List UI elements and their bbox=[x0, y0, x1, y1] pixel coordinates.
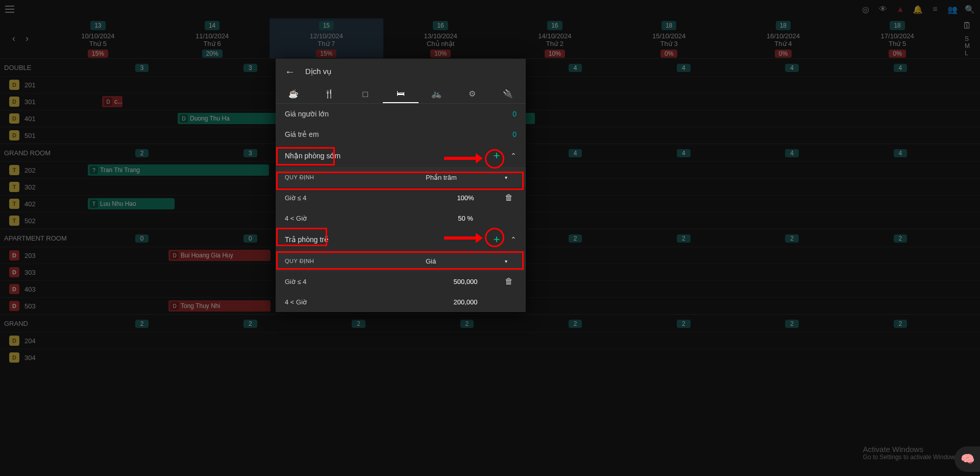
tab-laundry-icon[interactable]: ◻ bbox=[347, 84, 383, 103]
count-badge: 4 bbox=[677, 64, 691, 72]
delete-rule-icon[interactable]: 🗑 bbox=[501, 193, 517, 202]
reservation-chip: T bbox=[90, 200, 98, 208]
category-label: GRAND bbox=[0, 320, 88, 327]
search-icon[interactable]: 🔍 bbox=[965, 4, 975, 14]
add-early-checkin-button[interactable]: + bbox=[488, 147, 505, 164]
list-icon[interactable]: ≡ bbox=[930, 4, 940, 14]
count-badge: 2 bbox=[460, 320, 474, 328]
room-number: 503 bbox=[24, 302, 36, 310]
date-badge: 16 bbox=[547, 21, 562, 30]
tab-coffee-icon[interactable]: ☕ bbox=[276, 84, 311, 103]
pct-badge: 15% bbox=[316, 50, 336, 58]
date-label: 15/10/2024 bbox=[612, 32, 726, 40]
size-button[interactable]: M bbox=[965, 42, 970, 50]
pct-badge: 10% bbox=[430, 50, 451, 58]
pct-badge: 0% bbox=[889, 50, 905, 58]
warning-icon[interactable]: ▲ bbox=[895, 4, 905, 14]
rule-2-1-value[interactable]: 500,000 bbox=[430, 278, 501, 285]
rule-2-2-value[interactable]: 200,000 bbox=[430, 298, 501, 306]
room-chip: D bbox=[9, 250, 19, 260]
calendar-icon[interactable]: 🗓 bbox=[963, 20, 972, 31]
date-col[interactable]: 18 16/10/2024 Thứ 4 0% bbox=[726, 18, 841, 58]
date-col[interactable]: 15 12/10/2024 Thứ 7 15% bbox=[270, 18, 384, 58]
add-user-icon[interactable]: 👥 bbox=[947, 4, 958, 14]
bell-icon[interactable]: 🔔 bbox=[913, 4, 923, 14]
pct-badge: 15% bbox=[88, 50, 108, 58]
reservation-bar[interactable]: DBui Hoang Gia Huy bbox=[168, 250, 271, 261]
topbar: ◎ 👁 ▲ 🔔 ≡ 👥 🔍 bbox=[0, 0, 980, 18]
adult-price-label: Giá người lớn bbox=[285, 110, 455, 118]
chat-bubble[interactable]: 🧠 bbox=[954, 446, 980, 472]
next-arrow[interactable]: › bbox=[26, 33, 29, 44]
day-label: Thứ 7 bbox=[270, 40, 384, 47]
room-number: 201 bbox=[24, 81, 36, 89]
day-label: Thứ 2 bbox=[498, 40, 612, 47]
room-chip: D bbox=[9, 336, 19, 346]
reservation-bar[interactable]: TLuu Nhu Hao bbox=[88, 198, 175, 209]
reservation-bar[interactable]: Dc... bbox=[102, 96, 122, 107]
count-badge: 2 bbox=[677, 234, 691, 243]
hamburger-menu[interactable] bbox=[5, 6, 14, 13]
date-col[interactable]: 13 10/10/2024 Thứ 5 15% bbox=[41, 18, 155, 58]
day-label: Thứ 5 bbox=[840, 40, 954, 47]
room-number: 202 bbox=[24, 166, 36, 174]
count-badge: 4 bbox=[569, 149, 582, 157]
count-badge: 4 bbox=[569, 64, 582, 72]
rule-1-2-value[interactable]: 50 % bbox=[430, 215, 501, 222]
date-col[interactable]: 16 14/10/2024 Thứ 2 10% bbox=[498, 18, 612, 58]
size-button[interactable]: S bbox=[965, 35, 970, 42]
reservation-chip: D bbox=[170, 251, 179, 259]
target-icon[interactable]: ◎ bbox=[861, 4, 871, 14]
child-price-value[interactable]: 0 bbox=[455, 130, 517, 138]
rule-2-dropdown[interactable]: Giá ▾ bbox=[426, 257, 507, 265]
tab-settings-icon[interactable]: ⚙ bbox=[454, 84, 490, 103]
room-number: 303 bbox=[24, 269, 36, 276]
rule-1-1-label: Giờ ≤ 4 bbox=[285, 194, 430, 202]
chevron-up-icon[interactable]: ⌃ bbox=[510, 152, 517, 160]
count-badge: 2 bbox=[352, 320, 365, 328]
reservation-guest: Luu Nhu Hao bbox=[100, 200, 136, 207]
add-late-checkout-button[interactable]: + bbox=[488, 231, 505, 248]
reservation-chip: D bbox=[180, 114, 188, 123]
tab-bed-icon[interactable]: 🛏 bbox=[383, 84, 419, 103]
pct-badge: 20% bbox=[202, 50, 223, 58]
date-col[interactable]: 14 11/10/2024 Thứ 6 20% bbox=[155, 18, 270, 58]
day-label: Thứ 4 bbox=[726, 40, 841, 47]
count-badge: 4 bbox=[677, 149, 691, 157]
room-chip: D bbox=[9, 267, 19, 277]
room-chip: D bbox=[9, 97, 19, 107]
eye-icon[interactable]: 👁 bbox=[878, 4, 888, 14]
tab-plug-icon[interactable]: 🔌 bbox=[490, 84, 526, 103]
rule-1-1-value[interactable]: 100% bbox=[430, 194, 501, 202]
room-chip: T bbox=[9, 182, 19, 192]
date-label: 13/10/2024 bbox=[383, 32, 498, 40]
chevron-down-icon: ▾ bbox=[505, 175, 507, 180]
room-row[interactable]: D304 bbox=[0, 349, 980, 366]
room-number: 301 bbox=[24, 98, 36, 106]
date-badge: 16 bbox=[433, 21, 448, 30]
date-col[interactable]: 18 17/10/2024 Thứ 5 0% bbox=[840, 18, 954, 58]
day-label: Chủ nhật bbox=[383, 40, 498, 47]
back-arrow-icon[interactable]: ← bbox=[285, 66, 295, 78]
room-number: 204 bbox=[24, 337, 36, 345]
room-row[interactable]: D204 bbox=[0, 332, 980, 349]
reservation-bar[interactable]: DTong Thuy Nhi bbox=[168, 300, 271, 312]
room-chip: D bbox=[9, 301, 19, 311]
prev-arrow[interactable]: ‹ bbox=[12, 33, 15, 44]
reservation-bar[interactable]: ?Tran Thi Trang bbox=[88, 164, 269, 176]
count-badge: 4 bbox=[894, 64, 908, 72]
count-badge: 0 bbox=[135, 234, 149, 243]
count-badge: 2 bbox=[894, 320, 908, 328]
count-badge: 3 bbox=[243, 64, 257, 72]
size-button[interactable]: L bbox=[965, 50, 970, 57]
category-label: GRAND ROOM bbox=[0, 149, 88, 157]
reservation-guest: Tong Thuy Nhi bbox=[181, 302, 220, 310]
rule-1-dropdown[interactable]: Phần trăm ▾ bbox=[426, 174, 507, 181]
adult-price-value[interactable]: 0 bbox=[455, 110, 517, 118]
tab-restaurant-icon[interactable]: 🍴 bbox=[311, 84, 347, 103]
date-col[interactable]: 16 13/10/2024 Chủ nhật 10% bbox=[383, 18, 498, 58]
tab-bike-icon[interactable]: 🚲 bbox=[419, 84, 454, 103]
delete-rule-icon[interactable]: 🗑 bbox=[501, 277, 517, 286]
date-col[interactable]: 18 15/10/2024 Thứ 3 0% bbox=[612, 18, 726, 58]
chevron-up-icon[interactable]: ⌃ bbox=[510, 235, 517, 244]
